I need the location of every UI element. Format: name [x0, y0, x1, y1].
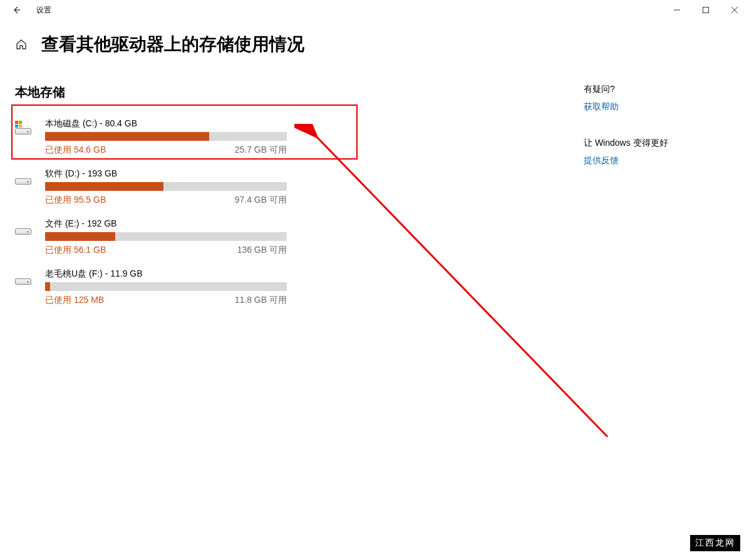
usage-bar-fill — [45, 132, 209, 141]
window-title: 设置 — [36, 5, 51, 16]
content-area: 本地存储 本地磁盘 (C:) - 80.4 GB已使用 54.6 GB25.7 … — [0, 65, 749, 312]
drive-icon — [15, 118, 38, 135]
feedback-link[interactable]: 提供反馈 — [584, 155, 734, 166]
drive-meta: 已使用 54.6 GB25.7 GB 可用 — [45, 145, 287, 156]
drive-item[interactable]: 老毛桃U盘 (F:) - 11.9 GB已使用 125 MB11.8 GB 可用 — [15, 262, 366, 312]
usage-bar — [45, 282, 287, 291]
usage-bar-fill — [45, 182, 163, 191]
drive-name: 老毛桃U盘 (F:) - 11.9 GB — [45, 268, 366, 280]
used-label: 已使用 125 MB — [45, 295, 235, 306]
avail-label: 11.8 GB 可用 — [235, 295, 287, 306]
drive-icon — [15, 268, 38, 285]
avail-label: 97.4 GB 可用 — [235, 195, 287, 206]
minimize-button[interactable] — [663, 0, 691, 20]
page-header: 查看其他驱动器上的存储使用情况 — [0, 20, 749, 65]
drive-meta: 已使用 56.1 GB136 GB 可用 — [45, 245, 287, 256]
drive-name: 文件 (E:) - 192 GB — [45, 218, 366, 230]
drive-icon — [15, 168, 38, 185]
drive-body: 软件 (D:) - 193 GB已使用 95.5 GB97.4 GB 可用 — [45, 168, 366, 206]
drive-body: 文件 (E:) - 192 GB已使用 56.1 GB136 GB 可用 — [45, 218, 366, 256]
used-label: 已使用 56.1 GB — [45, 245, 237, 256]
page-title: 查看其他驱动器上的存储使用情况 — [41, 33, 304, 56]
section-title: 本地存储 — [15, 84, 366, 101]
maximize-icon — [703, 7, 709, 13]
drive-item[interactable]: 软件 (D:) - 193 GB已使用 95.5 GB97.4 GB 可用 — [15, 162, 366, 212]
svg-rect-1 — [15, 121, 18, 124]
drive-body: 本地磁盘 (C:) - 80.4 GB已使用 54.6 GB25.7 GB 可用 — [45, 118, 366, 156]
used-label: 已使用 95.5 GB — [45, 195, 235, 206]
svg-rect-0 — [703, 8, 709, 13]
main-column: 本地存储 本地磁盘 (C:) - 80.4 GB已使用 54.6 GB25.7 … — [15, 65, 366, 312]
maximize-button[interactable] — [691, 0, 720, 20]
arrow-left-icon — [12, 6, 21, 14]
watermark: 江西龙网 — [690, 535, 740, 551]
avail-label: 136 GB 可用 — [237, 245, 287, 256]
titlebar: 设置 — [0, 0, 749, 20]
help-link[interactable]: 获取帮助 — [584, 101, 734, 113]
drive-item[interactable]: 本地磁盘 (C:) - 80.4 GB已使用 54.6 GB25.7 GB 可用 — [15, 112, 366, 162]
close-button[interactable] — [720, 0, 749, 20]
windows-icon — [15, 121, 23, 128]
sidebar-improve-title: 让 Windows 变得更好 — [584, 138, 734, 149]
drive-body: 老毛桃U盘 (F:) - 11.9 GB已使用 125 MB11.8 GB 可用 — [45, 268, 366, 306]
usage-bar-fill — [45, 282, 50, 291]
usage-bar — [45, 132, 287, 141]
back-button[interactable] — [8, 1, 25, 19]
minimize-icon — [674, 7, 680, 13]
usage-bar-fill — [45, 232, 115, 241]
drive-list: 本地磁盘 (C:) - 80.4 GB已使用 54.6 GB25.7 GB 可用… — [15, 112, 366, 312]
svg-rect-2 — [19, 121, 22, 124]
drive-meta: 已使用 95.5 GB97.4 GB 可用 — [45, 195, 287, 206]
avail-label: 25.7 GB 可用 — [235, 145, 287, 156]
svg-rect-3 — [15, 125, 18, 128]
home-icon — [15, 38, 28, 51]
window-controls — [663, 0, 749, 20]
close-icon — [731, 7, 738, 13]
usage-bar — [45, 232, 287, 241]
drive-item[interactable]: 文件 (E:) - 192 GB已使用 56.1 GB136 GB 可用 — [15, 212, 366, 262]
usage-bar — [45, 182, 287, 191]
drive-name: 本地磁盘 (C:) - 80.4 GB — [45, 118, 366, 130]
drive-meta: 已使用 125 MB11.8 GB 可用 — [45, 295, 287, 306]
drive-icon — [15, 218, 38, 235]
sidebar-question: 有疑问? — [584, 84, 734, 95]
used-label: 已使用 54.6 GB — [45, 145, 235, 156]
drive-name: 软件 (D:) - 193 GB — [45, 168, 366, 180]
home-button[interactable] — [15, 38, 28, 51]
sidebar: 有疑问? 获取帮助 让 Windows 变得更好 提供反馈 — [584, 65, 734, 312]
svg-rect-4 — [19, 125, 22, 128]
